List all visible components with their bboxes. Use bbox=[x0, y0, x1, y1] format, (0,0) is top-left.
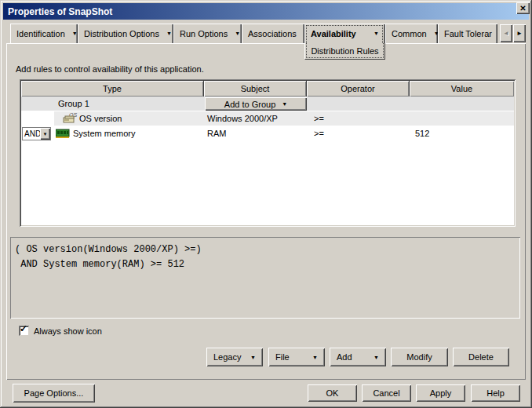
subtab-label: Distribution Rules bbox=[311, 46, 378, 56]
add-button[interactable]: Add ▼ bbox=[330, 348, 386, 366]
column-header-subject[interactable]: Subject bbox=[204, 81, 307, 97]
conjunction-combobox[interactable]: AND ▼ bbox=[22, 127, 51, 140]
legacy-button[interactable]: Legacy ▼ bbox=[206, 348, 263, 366]
help-label: Help bbox=[486, 388, 505, 398]
help-button[interactable]: Help bbox=[471, 384, 520, 402]
os-version-icon: OS bbox=[62, 111, 78, 127]
tab-bar: Identification ▼ Distribution Options ▼ … bbox=[10, 24, 497, 43]
properties-dialog: Properties of SnapShot ✕ Identification … bbox=[0, 0, 532, 408]
chevron-down-icon: ▼ bbox=[43, 132, 48, 137]
tab-label: Distribution Options bbox=[84, 29, 159, 38]
chevron-down-icon: ▼ bbox=[235, 31, 240, 36]
close-button[interactable]: ✕ bbox=[516, 2, 530, 14]
tab-common[interactable]: Common ▼ bbox=[385, 24, 438, 43]
tab-label: Common bbox=[392, 29, 427, 38]
apply-label: Apply bbox=[430, 388, 452, 398]
rule-operator: >= bbox=[314, 129, 324, 138]
expression-line: ( OS version(Windows 2000/XP) >=) bbox=[15, 242, 516, 257]
delete-button[interactable]: Delete bbox=[453, 348, 509, 366]
rules-header-row: Type Subject Operator Value bbox=[21, 81, 514, 97]
modify-button[interactable]: Modify bbox=[391, 348, 448, 366]
rule-operator: >= bbox=[314, 114, 324, 123]
rule-type: System memory bbox=[73, 129, 135, 138]
column-header-operator[interactable]: Operator bbox=[307, 81, 410, 97]
page-options-button[interactable]: Page Options... bbox=[13, 384, 95, 403]
conjunction-value: AND bbox=[24, 129, 41, 138]
tab-label: Fault Tolerar bbox=[444, 29, 492, 38]
file-button[interactable]: File ▼ bbox=[268, 348, 325, 366]
chevron-down-icon: ▼ bbox=[373, 31, 379, 36]
tab-associations[interactable]: Associations bbox=[242, 24, 304, 43]
scroll-tabs-left-button[interactable]: ◄ bbox=[500, 24, 512, 42]
tab-label: Availability bbox=[311, 29, 356, 38]
combo-dropdown-button[interactable]: ▼ bbox=[40, 128, 50, 140]
tab-availability[interactable]: Availability ▼ bbox=[304, 24, 385, 43]
arrow-left-icon: ◄ bbox=[503, 30, 509, 37]
ok-button[interactable]: OK bbox=[308, 384, 357, 402]
chevron-down-icon: ▼ bbox=[282, 101, 287, 107]
delete-label: Delete bbox=[468, 352, 494, 362]
tab-distribution-options[interactable]: Distribution Options ▼ bbox=[78, 24, 173, 43]
apply-button[interactable]: Apply bbox=[416, 384, 465, 402]
cancel-label: Cancel bbox=[373, 388, 399, 398]
cancel-button[interactable]: Cancel bbox=[362, 384, 411, 402]
rule-value: 512 bbox=[415, 129, 429, 138]
rule-type: OS version bbox=[79, 114, 122, 123]
arrow-right-icon: ► bbox=[516, 30, 523, 37]
group-label: Group 1 bbox=[58, 99, 89, 108]
check-icon: ✓ bbox=[20, 323, 27, 334]
tab-run-options[interactable]: Run Options ▼ bbox=[173, 24, 242, 43]
rule-subject: RAM bbox=[207, 129, 226, 138]
legacy-label: Legacy bbox=[213, 352, 241, 362]
chevron-down-icon: ▼ bbox=[72, 31, 78, 36]
add-to-group-button[interactable]: Add to Group ▼ bbox=[205, 97, 307, 111]
modify-label: Modify bbox=[406, 352, 432, 362]
always-show-icon-checkbox[interactable]: ✓ bbox=[19, 326, 29, 336]
title-bar[interactable]: Properties of SnapShot bbox=[3, 3, 529, 20]
instruction-text: Add rules to control availability of thi… bbox=[16, 64, 204, 74]
chevron-down-icon: ▼ bbox=[312, 355, 318, 360]
column-header-type[interactable]: Type bbox=[21, 81, 204, 97]
window-title: Properties of SnapShot bbox=[8, 6, 112, 17]
tab-identification[interactable]: Identification ▼ bbox=[10, 24, 78, 43]
tab-fault-tolerance[interactable]: Fault Tolerar bbox=[438, 24, 497, 43]
expression-line: AND System memory(RAM) >= 512 bbox=[15, 257, 516, 272]
tab-scrollers: ◄ ► bbox=[499, 24, 526, 42]
expression-preview: ( OS version(Windows 2000/XP) >=) AND Sy… bbox=[10, 237, 520, 319]
add-to-group-label: Add to Group bbox=[224, 100, 275, 109]
table-row-os-version[interactable]: OS OS version Windows 2000/XP >= bbox=[21, 111, 514, 126]
tab-label: Associations bbox=[248, 29, 297, 38]
chevron-down-icon: ▼ bbox=[166, 31, 172, 36]
system-memory-icon bbox=[56, 129, 70, 140]
ok-label: OK bbox=[326, 388, 339, 398]
table-row-system-memory[interactable]: AND ▼ System memory RAM >= 512 bbox=[21, 126, 514, 141]
add-label: Add bbox=[337, 352, 352, 362]
scroll-tabs-right-button[interactable]: ► bbox=[513, 24, 526, 42]
rules-list: Type Subject Operator Value Group 1 Add … bbox=[20, 79, 516, 227]
row-shading bbox=[54, 111, 514, 126]
subtab-distribution-rules[interactable]: Distribution Rules bbox=[304, 43, 385, 60]
table-row-group1[interactable]: Group 1 Add to Group ▼ bbox=[21, 97, 514, 111]
chevron-down-icon: ▼ bbox=[373, 355, 379, 360]
rule-subject: Windows 2000/XP bbox=[207, 114, 278, 123]
column-header-value[interactable]: Value bbox=[410, 81, 514, 97]
always-show-icon-row: ✓ Always show icon bbox=[19, 326, 102, 336]
chevron-down-icon: ▼ bbox=[250, 355, 256, 360]
page-options-label: Page Options... bbox=[24, 388, 84, 398]
tab-label: Identification bbox=[16, 29, 65, 38]
close-icon: ✕ bbox=[519, 4, 526, 13]
checkbox-label: Always show icon bbox=[34, 326, 102, 336]
file-label: File bbox=[275, 352, 290, 362]
tab-label: Run Options bbox=[180, 29, 228, 38]
